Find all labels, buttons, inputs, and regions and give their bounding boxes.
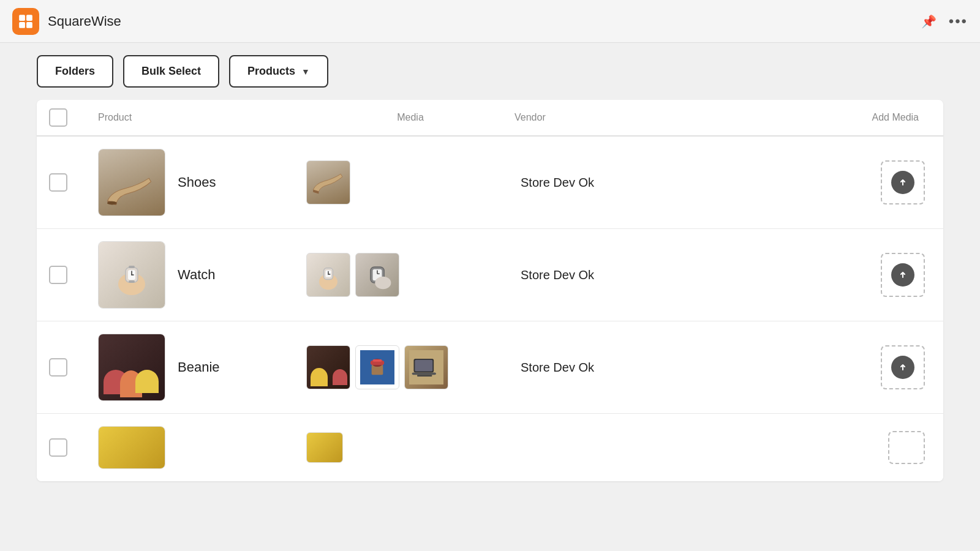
svg-rect-11 <box>129 280 135 283</box>
product-thumbnail-shoes <box>98 149 165 216</box>
svg-rect-0 <box>19 15 25 21</box>
upload-button-beanie[interactable] <box>881 345 925 389</box>
media-thumb-partial-1[interactable] <box>306 432 343 463</box>
bulk-select-button[interactable]: Bulk Select <box>123 55 219 88</box>
app-name: SquareWise <box>48 13 121 29</box>
product-name-beanie: Beanie <box>178 359 220 375</box>
row-checkbox-beanie[interactable] <box>49 358 98 377</box>
products-table: Product Media Vendor Add Media <box>37 100 943 481</box>
add-media-beanie <box>723 345 931 389</box>
product-cell-partial <box>98 426 306 469</box>
app-icon <box>12 8 39 35</box>
row-checkbox-watch[interactable] <box>49 266 98 284</box>
product-cell-beanie: Beanie <box>98 334 306 401</box>
media-thumb-watch-2[interactable] <box>355 253 399 297</box>
svg-point-4 <box>107 201 117 205</box>
more-options-icon[interactable]: ••• <box>949 13 968 30</box>
folders-button[interactable]: Folders <box>37 55 113 88</box>
media-thumb-beanie-2[interactable] <box>355 345 399 389</box>
table-header: Product Media Vendor Add Media <box>37 100 943 137</box>
media-col-header: Media <box>306 112 514 123</box>
media-cell-watch <box>306 253 514 297</box>
row-checkbox-shoes[interactable] <box>49 173 98 192</box>
pin-icon[interactable]: 📌 <box>921 14 937 29</box>
svg-rect-3 <box>26 22 32 28</box>
titlebar: SquareWise 📌 ••• <box>0 0 980 43</box>
product-thumbnail-watch <box>98 241 165 309</box>
chevron-down-icon: ▼ <box>301 67 310 77</box>
svg-rect-24 <box>372 366 383 375</box>
upload-icon-shoes <box>891 171 914 194</box>
product-cell-shoes: Shoes <box>98 149 306 216</box>
table-row: Shoes Store Dev Ok <box>37 137 943 229</box>
toolbar: Folders Bulk Select Products ▼ <box>37 55 943 88</box>
upload-icon-watch <box>891 263 914 287</box>
upload-button-watch[interactable] <box>881 253 925 297</box>
product-name-shoes: Shoes <box>178 174 216 190</box>
product-col-header: Product <box>98 112 306 123</box>
add-media-watch <box>723 253 931 297</box>
svg-rect-1 <box>26 15 32 21</box>
product-cell-watch: Watch <box>98 241 306 309</box>
table-row: Watch <box>37 229 943 321</box>
select-all-checkbox[interactable] <box>49 108 98 127</box>
titlebar-actions: 📌 ••• <box>921 13 968 30</box>
svg-point-21 <box>375 277 391 290</box>
row-checkbox-partial[interactable] <box>49 438 98 457</box>
svg-rect-10 <box>129 266 135 268</box>
upload-button-shoes[interactable] <box>881 160 925 204</box>
media-cell-partial <box>306 432 514 463</box>
add-media-shoes <box>723 160 931 204</box>
vendor-shoes: Store Dev Ok <box>514 176 723 190</box>
media-cell-beanie <box>306 345 514 389</box>
media-thumb-shoes-1[interactable] <box>306 160 350 204</box>
add-media-col-header: Add Media <box>723 112 931 123</box>
media-cell-shoes <box>306 160 514 204</box>
product-name-watch: Watch <box>178 267 216 283</box>
media-thumb-beanie-1[interactable] <box>306 345 350 389</box>
media-thumb-watch-1[interactable] <box>306 253 350 297</box>
media-thumb-beanie-3[interactable] <box>404 345 448 389</box>
table-row: Beanie <box>37 321 943 414</box>
product-thumbnail-beanie <box>98 334 165 401</box>
add-media-partial <box>723 431 931 464</box>
main-content: Folders Bulk Select Products ▼ Product M… <box>0 43 980 551</box>
vendor-col-header: Vendor <box>514 112 723 123</box>
svg-rect-27 <box>373 359 382 362</box>
products-dropdown-button[interactable]: Products ▼ <box>229 55 328 88</box>
vendor-watch: Store Dev Ok <box>514 268 723 282</box>
svg-rect-32 <box>417 375 432 377</box>
table-row-partial <box>37 414 943 481</box>
upload-icon-beanie <box>891 356 914 379</box>
svg-rect-31 <box>412 372 436 375</box>
upload-button-partial[interactable] <box>888 431 925 464</box>
product-thumbnail-partial <box>98 426 165 469</box>
vendor-beanie: Store Dev Ok <box>514 361 723 375</box>
products-label: Products <box>247 65 295 78</box>
svg-rect-30 <box>415 360 432 372</box>
svg-rect-2 <box>19 22 25 28</box>
